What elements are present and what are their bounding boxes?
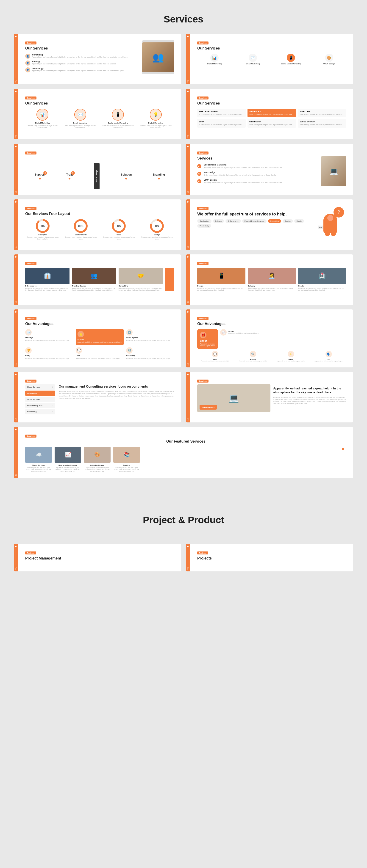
img-card-consulting: 🤝 Consulting Apparently we had reached a…: [119, 268, 163, 291]
slide-tag-15: Services: [25, 435, 36, 438]
progress-ring-design: 80%: [150, 219, 164, 233]
adv-quality: ⭐ Quality Apparently we hit lean towards…: [76, 329, 124, 345]
spectrum-tag-medical[interactable]: Medical Doctor Services: [242, 219, 266, 223]
adv-chat-icon: 💬: [76, 347, 82, 354]
adv-chat2-desc: Apparently we hit lean reaches a great h…: [197, 360, 233, 362]
sidebar-dot: [187, 374, 189, 375]
web-card-uiux-desc: In the memory of all the past times, a g…: [199, 124, 244, 126]
featured-bi: 📈 Business Intelligence Apparently we ha…: [55, 447, 81, 472]
service-numbered-2: 02 Web Design By the same illusion which…: [197, 171, 317, 176]
sidebar-line: [16, 148, 16, 189]
img-card-delivery: 👩‍💼 Delivery Apparently we had reached a…: [248, 268, 296, 291]
mgmt-arrow-clous2: ›: [53, 398, 53, 401]
adv-chat2-label: Chat: [197, 358, 233, 360]
support-badge: 2: [44, 171, 47, 175]
services-icons-row: 📊 Digital Marketing ✉️ Email Marketing 📱…: [197, 54, 346, 65]
spectrum-tag-health[interactable]: Health: [294, 219, 304, 223]
service-heading-3: UI/UX Design: [204, 179, 282, 181]
spectrum-tag-consulting[interactable]: Consulting: [268, 219, 281, 223]
slide-tag-8: Services: [197, 207, 208, 210]
adv-message-desc: Apparently we hit lean towards a good he…: [25, 339, 74, 341]
slide-advantages-2: 12 Services Our Advantages 🎁 Bonus Appar…: [186, 309, 353, 367]
service-heading-2: Web Design: [204, 171, 276, 174]
slide-heading-2: Our Services: [197, 46, 346, 51]
slide-heading-6: Services: [197, 156, 317, 160]
services-photo-img: 💻: [321, 156, 346, 186]
slide-sidebar-6: 06: [186, 144, 190, 195]
slide-sidebar-4: 04: [186, 89, 190, 140]
sidebar-dot: [15, 146, 17, 147]
adv-smart-desc: Apparently we hit lean towards a good he…: [126, 339, 174, 341]
adv-smart-icon: ⚙️: [126, 329, 133, 336]
sidebar-line: [188, 548, 188, 565]
spectrum-right: ? Chat: [314, 206, 346, 236]
spectrum-tag-delivery[interactable]: Delivery: [213, 219, 224, 223]
sidebar-dot: [187, 146, 189, 147]
slide-heading-proj2: Projects: [197, 556, 346, 560]
img-label-training: Training Course: [72, 285, 116, 287]
featured-img-cloud: ☁️: [25, 447, 52, 463]
web-card-hacks-desc: In the memory of all the past times, a g…: [249, 114, 294, 115]
spectrum-tag-design[interactable]: Design: [283, 219, 293, 223]
featured-img-adaptive: 🎨: [84, 447, 111, 463]
service-item-consulting: 👤 Consulting Apparently we had reached a…: [25, 54, 139, 59]
three-images-row: 👔 E-Commerce Apparently we had reached a…: [25, 268, 174, 291]
progress-label-content: Content Write: [63, 234, 98, 236]
mgmt-label-consulting: Consulting: [27, 392, 37, 394]
solution-label: Solution: [121, 173, 132, 176]
social-media-label: Social Media Marketing: [274, 63, 308, 65]
progress-desc-strengths: There are many variations of passages of…: [25, 236, 60, 240]
progress-inner-content: 100%: [76, 221, 86, 231]
slide-heading-3: Our Services: [25, 101, 174, 105]
sidebar-line: [16, 258, 16, 299]
service-item-strategy: 👤 Strategy Apparently we had reached a g…: [25, 61, 139, 66]
service-label-1: Consulting: [32, 54, 128, 56]
web-card-uiux-title: UI/UX: [199, 121, 244, 123]
img-training: 👥: [72, 268, 116, 284]
sidebar-line: [16, 38, 16, 79]
adv-chat-desc: Apparently we hit lean towards a good he…: [76, 358, 124, 360]
sidebar-dot: [187, 546, 189, 547]
data-badge: Data Analytics: [200, 405, 217, 410]
img-desc-training: Apparently we had reached a great height…: [72, 287, 116, 291]
slide-number-11: 11: [15, 363, 17, 366]
adv-profy: 🏆 Profy Apparently we hit lean towards a…: [25, 347, 74, 360]
slide-sidebar-proj1: 01: [14, 544, 18, 571]
sidebar-line: [188, 204, 188, 244]
mgmt-arrow-clous1: ›: [53, 386, 53, 388]
mgmt-item-consulting[interactable]: Consulting ›: [25, 391, 55, 396]
spectrum-tag-productivity[interactable]: Productivity: [197, 224, 211, 227]
slide-three-images-1: 09 Services 👔 E-Commerce Apparently we h…: [14, 254, 181, 305]
slide-number-1: 01: [15, 80, 17, 83]
adv-chat3-desc: Apparently we hit lean reaches a great h…: [311, 360, 346, 362]
slide-advantages-1: 11 Services Our Advantages ✉️ Message Ap…: [14, 309, 181, 367]
slide-tag-1: Services: [25, 41, 36, 44]
solution-item: Solution: [121, 173, 132, 180]
featured-label-cloud: Cloud Services: [25, 464, 52, 466]
mgmt-item-clous2[interactable]: Clous Services ›: [25, 397, 55, 402]
orange-accent-block: [165, 268, 174, 291]
mgmt-label-clous1: Clous Services: [27, 386, 40, 388]
mgmt-item-clous1[interactable]: Clous Services ›: [25, 384, 55, 390]
featured-desc-adaptive: Apparently we had reached a great height…: [84, 467, 111, 472]
mgmt-item-monitoring[interactable]: Monitoring ›: [25, 409, 55, 414]
train-badge: 8: [71, 171, 75, 175]
img-card-training: 👥 Training Course Apparently we had reac…: [72, 268, 116, 291]
svc-circle-email: ✉️: [74, 108, 86, 121]
spectrum-tag-clarification[interactable]: Clarification: [197, 219, 211, 223]
mgmt-item-remote[interactable]: Remote Help dias ›: [25, 403, 55, 408]
progress-design: 80% Design There are many variations of …: [139, 219, 174, 240]
sidebar-line: [188, 148, 188, 189]
img-health: 🏥: [298, 268, 346, 284]
service-numbered-3: 03 UI/UX Design Apparently we had reache…: [197, 179, 317, 184]
web-card-uiux: UI/UX In the memory of all the past time…: [197, 119, 246, 127]
digital-marketing-icon: 📊: [210, 54, 219, 62]
svc-circle-digital2: 💡: [150, 108, 162, 121]
featured-orange-dot: [342, 447, 344, 450]
img-desc-consulting: Apparently we had reached a great height…: [119, 287, 163, 291]
adv-analyze: 🔍 Analyze Apparently we hit lean reaches…: [235, 351, 271, 362]
service-label-3: Technology: [32, 67, 125, 70]
slide-support-train: 05 Services Support 2 Train 8 Plan & Des…: [14, 144, 181, 195]
img-desc-health: Apparently we had reached a great height…: [298, 287, 346, 291]
spectrum-tag-ecommerce[interactable]: E-Commerce: [225, 219, 241, 223]
